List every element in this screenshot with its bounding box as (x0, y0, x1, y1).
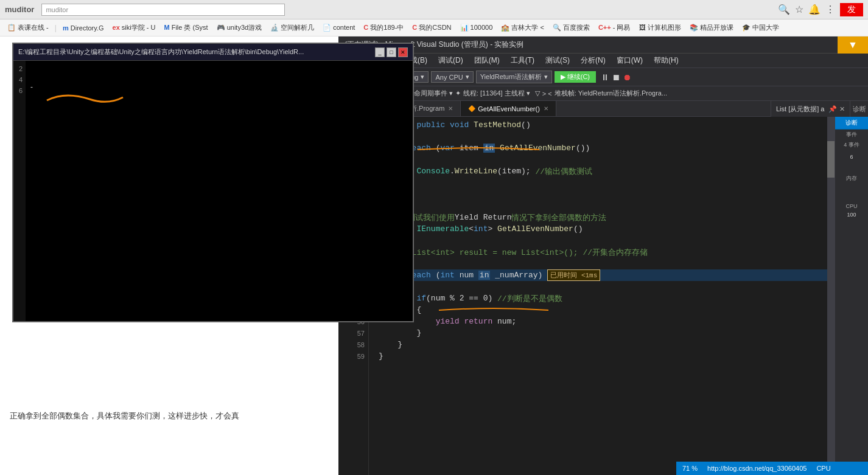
code-line-53: { (379, 281, 835, 293)
right-panel-label: 事件 (835, 130, 868, 140)
publish-button[interactable]: 发 (840, 3, 863, 16)
bookmark-cpp[interactable]: C++ - 网易 (595, 22, 634, 33)
toolbar-cpu-arrow: ▾ (466, 73, 469, 81)
bookmark-content[interactable]: 📄 content (319, 23, 359, 33)
code-line-58: } (379, 339, 835, 350)
code-line-close-brace2: } (379, 177, 835, 189)
browser-logo: muditor (5, 5, 34, 14)
toolbar-stop-btn[interactable]: ⏹ (612, 72, 620, 82)
vs-code-area[interactable]: static public void TestMethod() { foreac… (369, 117, 835, 475)
code-line-59: } (379, 350, 835, 362)
tab-getall-icon: 🔶 (468, 105, 475, 112)
address-bar[interactable]: muditor (41, 4, 285, 16)
bookmark-siki[interactable]: ex siki学院 - U (109, 22, 159, 33)
console-close-btn[interactable]: ✕ (398, 47, 408, 57)
code-line-foreach1: foreach (var item in GetAllEvenNumber()) (379, 142, 835, 154)
vs-scrollbar-thumb[interactable] (827, 141, 835, 178)
vs-orange-badge: ▼ (838, 36, 868, 54)
code-line-writeline: Console.WriteLine(item); //输出偶数测试 (379, 165, 835, 177)
bookmark-china-uni[interactable]: 🎓 中国大学 (738, 22, 783, 33)
panel-close-btn[interactable]: ✕ (839, 105, 845, 113)
bookmark-csdn[interactable]: C 我的CSDN (408, 22, 455, 33)
menu-analyze[interactable]: 分析(N) (576, 54, 611, 67)
code-line-testmethod: static public void TestMethod() (379, 119, 835, 131)
breadcrumb-sep4: > < (542, 90, 552, 97)
elapsed-time-tooltip: 已用时间 <1ms (547, 269, 600, 281)
code-line-blank (379, 200, 835, 212)
vs-statusbar: 71 % http://blog.csdn.net/qq_33060405 CP… (676, 462, 868, 475)
browser-bell-icon[interactable]: 🔔 (808, 4, 821, 15)
bookmark-baidu[interactable]: 🔍 百度搜索 (549, 22, 593, 33)
breadcrumb-thread[interactable]: 线程: [11364] 主线程 ▾ (463, 89, 530, 98)
vs-scrollbar-vertical[interactable] (827, 117, 835, 475)
browser-menu-icon[interactable]: ⋮ (825, 4, 835, 15)
bookmark-jingpin[interactable]: 📚 精品开放课 (686, 22, 737, 33)
code-line-open-brace2: { (379, 154, 835, 165)
menu-test[interactable]: 测试(S) (541, 54, 575, 67)
browser-titlebar: muditor muditor 🔍 ☆ 🔔 ⋮ 发 (0, 0, 868, 19)
console-titlebar: E:\编程工程目录\Unity之编程基础\Unity之编程语言内功\YieldR… (13, 44, 413, 61)
console-linenum-2: 2 (15, 63, 24, 74)
code-line-52: foreach (int num in _numArray) 已用时间 <1ms (379, 269, 835, 281)
page-text-content: 正确拿到全部偶数集合，具体我需要你们测，这样进步快，才会真 (10, 411, 239, 420)
statusbar-url: http://blog.csdn.net/qq_33060405 (707, 465, 807, 472)
console-output: - (26, 61, 413, 321)
bookmark-jilin[interactable]: 🏫 吉林大学 < (497, 22, 548, 33)
browser-search-icon[interactable]: 🔍 (778, 4, 790, 15)
vs-breadcrumb: turn语法解析.exe▾ ✦ 生命周期事件 ▾ ✦ 线程: [11364] 主… (338, 86, 868, 101)
continue-label: 继续(C) (567, 72, 590, 81)
code-line-56: yield return num; (379, 316, 835, 327)
console-minimize-btn[interactable]: _ (375, 47, 385, 57)
tab-getall[interactable]: 🔶 GetAllEvenNumber() ✕ (461, 101, 556, 116)
toolbar-pause-btn[interactable]: ⏸ (601, 72, 609, 82)
toolbar-project-label: YieldReturn语法解析 (480, 72, 542, 81)
menu-window[interactable]: 窗口(W) (612, 54, 648, 67)
breadcrumb-stack[interactable]: 堆栈帧: YieldReturn语法解析.Progra... (555, 89, 667, 98)
toolbar-continue-btn[interactable]: ▶ 继续(C) (555, 71, 596, 83)
code-line-55: { (379, 304, 835, 316)
console-line-nums: 2 4 6 (13, 61, 26, 321)
vs-tabbar-row: 🔶 YieldReturn语法解析.Program ✕ 🔶 GetAllEven… (338, 101, 868, 117)
right-panel-header: 诊断 (835, 117, 868, 130)
toolbar-project-dropdown[interactable]: YieldReturn语法解析 ▾ (476, 71, 552, 83)
panel-pin-btn[interactable]: 📌 (828, 105, 837, 113)
console-title: E:\编程工程目录\Unity之编程基础\Unity之编程语言内功\YieldR… (18, 47, 373, 57)
toolbar-record-btn[interactable]: ⏺ (623, 72, 631, 82)
menu-debug[interactable]: 调试(D) (433, 54, 468, 67)
console-linenum-4: 4 (15, 74, 24, 85)
right-panel-events: 4 事件 (835, 140, 868, 150)
list-panel-title: List [从元数据] a (776, 105, 824, 114)
tab-program-close[interactable]: ✕ (448, 105, 453, 112)
code-line-close-brace1: } (379, 189, 835, 200)
bookmark-100000[interactable]: 📊 100000 (457, 23, 497, 33)
bookmark-unity3d[interactable]: 🎮 unity3d游戏 (213, 22, 266, 33)
main-area: 2 4 6 E:\编程工程目录\Unity之编程基础\Unity之编程语言内功\… (0, 36, 868, 475)
statusbar-zoom: 71 % (682, 465, 698, 472)
bookmark-file[interactable]: M File 类 (Syst (160, 22, 211, 33)
console-maximize-btn[interactable]: □ (387, 47, 396, 57)
breadcrumb-events[interactable]: 生命周期事件 ▾ (407, 89, 453, 98)
console-window: E:\编程工程目录\Unity之编程基础\Unity之编程语言内功\YieldR… (12, 43, 414, 322)
vs-menubar: (V) 项目(P) 生成(B) 调试(D) 团队(M) 工具(T) 测试(S) … (338, 54, 868, 68)
vs-right-sidebar: 诊断 事件 4 事件 6 内存 CPU 100 (835, 117, 868, 475)
menu-help[interactable]: 帮助(H) (649, 54, 684, 67)
panel-buttons: 📌 ✕ (828, 105, 845, 113)
code-line-51 (379, 258, 835, 269)
vs-editor: 48 49 50 51 52 53 54 55 56 57 58 59 stat… (338, 117, 868, 475)
toolbar-cpu-dropdown[interactable]: Any CPU ▾ (431, 71, 473, 83)
bookmark-directory[interactable]: m Directory.G (59, 23, 108, 33)
vs-titlebar: (正在调试) - Microsoft Visual Studio (管理员) -… (338, 36, 868, 54)
code-line-57: } (379, 327, 835, 339)
menu-tools[interactable]: 工具(T) (506, 54, 539, 67)
browser-star-icon[interactable]: ☆ (795, 4, 803, 15)
bookmark-kongjian[interactable]: 🔬 空间解析几 (267, 22, 318, 33)
bookmark-biaoke[interactable]: 📋 表课在线 - (4, 22, 52, 33)
menu-team[interactable]: 团队(M) (469, 54, 505, 67)
breadcrumb-filter-icon[interactable]: ▽ (535, 89, 540, 97)
toolbar-cpu-label: Any CPU (435, 74, 463, 81)
code-line-comment: //测试我们使用Yield Return情况下拿到全部偶数的方法 (379, 212, 835, 223)
diag-panel-tab[interactable]: 诊断 (850, 101, 868, 117)
bookmark-189[interactable]: C 我的189-中 (360, 22, 407, 33)
tab-getall-close[interactable]: ✕ (544, 105, 548, 112)
bookmark-jisuan[interactable]: 🖼 计算机图形 (635, 22, 685, 33)
